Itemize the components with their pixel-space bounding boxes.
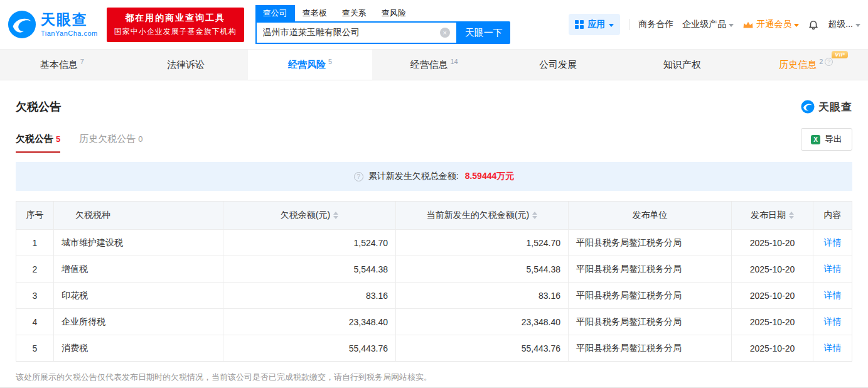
subtab-history-tax-announcements[interactable]: 历史欠税公告0	[79, 133, 142, 153]
tab-count: 14	[450, 58, 458, 65]
cell-publisher: 平阳县税务局鳌江税务分局	[569, 335, 732, 361]
search-tab-relations[interactable]: 查关系	[335, 5, 374, 21]
cell-date: 2025-10-20	[732, 309, 813, 335]
tab-label: 经营风险	[288, 59, 326, 71]
cell-tax-type: 增值税	[54, 256, 223, 282]
disclaimer-text: 该处所展示的欠税公告仅代表发布日期时的欠税情况，当前该公司是否已完成税款缴交，请…	[16, 372, 852, 383]
cell-new-amount: 1,524.70	[396, 230, 569, 256]
nav-membership-label: 开通会员	[756, 19, 791, 30]
tab-intellectual-property[interactable]: 知识产权	[620, 50, 744, 80]
detail-link[interactable]: 详情	[813, 256, 852, 282]
sort-icon[interactable]	[789, 212, 794, 219]
search-button[interactable]: 天眼一下	[458, 21, 510, 44]
clear-search-icon[interactable]: ×	[440, 28, 450, 38]
tab-company-development[interactable]: 公司发展	[496, 50, 620, 80]
col-publisher: 发布单位	[569, 202, 732, 229]
cell-balance: 1,524.70	[223, 230, 396, 256]
divider	[629, 19, 630, 30]
watermark-label: 天眼查	[818, 100, 852, 114]
chevron-down-icon	[794, 24, 799, 30]
question-icon: ?	[354, 172, 363, 181]
tab-count: 2	[819, 58, 823, 65]
tab-label: 基本信息	[40, 59, 78, 71]
page-title: 欠税公告	[16, 99, 61, 114]
chevron-down-icon	[855, 24, 860, 30]
question-icon: ?	[825, 58, 833, 66]
tab-basic-info[interactable]: 基本信息7	[0, 50, 124, 80]
company-nav-tabs: 基本信息7 法律诉讼 经营风险5 经营信息14 公司发展 知识产权 历史信息 2…	[0, 49, 868, 80]
subtab-label: 历史欠税公告	[79, 133, 136, 144]
sort-icon[interactable]	[333, 212, 338, 219]
detail-link[interactable]: 详情	[813, 283, 852, 308]
tab-history-info[interactable]: 历史信息 2 ? VIP	[744, 50, 868, 80]
summary-value: 8.59444万元	[465, 171, 515, 182]
col-publish-date[interactable]: 发布日期	[732, 202, 813, 229]
cell-balance: 23,348.40	[223, 309, 396, 335]
cell-date: 2025-10-20	[732, 256, 813, 282]
cell-index: 4	[16, 309, 54, 335]
header-right-nav: 应用 商务合作 企业级产品 开通会员	[569, 14, 860, 35]
col-new-amount-label: 当前新发生的欠税金额(元)	[427, 210, 529, 221]
nav-business-coop[interactable]: 商务合作	[638, 19, 673, 30]
search-tab-risk[interactable]: 查风险	[374, 5, 414, 21]
search-tab-boss[interactable]: 查老板	[295, 5, 335, 21]
nav-super-vip[interactable]: 超级...	[828, 19, 860, 30]
detail-link[interactable]: 详情	[813, 335, 852, 361]
cell-new-amount: 83.16	[396, 283, 569, 308]
nav-super-label: 超级...	[828, 19, 853, 30]
tab-label: 历史信息	[779, 59, 817, 71]
top-header: 天眼查 TianYanCha.com 都在用的商业查询工具 国家中小企业发展子基…	[0, 0, 868, 49]
tab-label: 法律诉讼	[167, 59, 205, 71]
crown-icon	[742, 21, 754, 29]
cell-date: 2025-10-20	[732, 335, 813, 361]
notification-bell-icon[interactable]	[808, 19, 819, 30]
vip-badge: VIP	[832, 51, 848, 58]
search-tabs: 查公司 查老板 查关系 查风险	[255, 5, 510, 21]
nav-enterprise-products[interactable]: 企业级产品	[682, 19, 734, 30]
col-index: 序号	[16, 202, 54, 229]
tab-business-info[interactable]: 经营信息14	[372, 50, 496, 80]
cell-publisher: 平阳县税务局鳌江税务分局	[569, 309, 732, 335]
apps-menu[interactable]: 应用	[569, 14, 620, 35]
table-header: 序号 欠税税种 欠税余额(元) 当前新发生的欠税金额(元) 发布单位 发布日期 …	[16, 202, 852, 229]
cell-index: 2	[16, 256, 54, 282]
col-balance[interactable]: 欠税余额(元)	[223, 202, 396, 229]
cell-tax-type: 消费税	[54, 335, 223, 361]
cell-date: 2025-10-20	[732, 230, 813, 256]
tab-count: 7	[80, 58, 84, 65]
subtab-tax-announcements[interactable]: 欠税公告5	[16, 133, 60, 153]
search-tab-company[interactable]: 查公司	[255, 5, 295, 21]
tab-count: 5	[328, 58, 332, 65]
tax-table: 序号 欠税税种 欠税余额(元) 当前新发生的欠税金额(元) 发布单位 发布日期 …	[16, 201, 852, 362]
cell-balance: 83.16	[223, 283, 396, 308]
cell-publisher: 平阳县税务局鳌江税务分局	[569, 256, 732, 282]
sort-icon[interactable]	[532, 212, 537, 219]
detail-link[interactable]: 详情	[813, 309, 852, 335]
nav-open-membership[interactable]: 开通会员	[742, 19, 799, 30]
col-tax-type: 欠税税种	[54, 202, 223, 229]
tianyancha-logo[interactable]: 天眼查 TianYanCha.com	[8, 10, 98, 39]
chevron-down-icon	[729, 24, 734, 30]
col-new-amount[interactable]: 当前新发生的欠税金额(元)	[396, 202, 569, 229]
tab-label: 公司发展	[539, 59, 577, 71]
cell-new-amount: 5,544.38	[396, 256, 569, 282]
cell-tax-type: 城市维护建设税	[54, 230, 223, 256]
table-row: 2 增值税 5,544.38 5,544.38 平阳县税务局鳌江税务分局 202…	[16, 256, 852, 282]
section-head: 欠税公告 天眼查	[16, 99, 852, 114]
excel-icon: X	[811, 135, 820, 144]
cell-balance: 5,544.38	[223, 256, 396, 282]
logo-domain: TianYanCha.com	[41, 30, 98, 37]
search-input[interactable]	[263, 28, 440, 38]
export-button[interactable]: X 导出	[801, 128, 852, 151]
table-row: 1 城市维护建设税 1,524.70 1,524.70 平阳县税务局鳌江税务分局…	[16, 229, 852, 256]
tab-business-risk[interactable]: 经营风险5	[248, 50, 372, 80]
subtab-count: 0	[138, 134, 142, 144]
tab-label: 经营信息	[410, 59, 447, 71]
search-row: × 天眼一下	[255, 21, 510, 44]
cell-index: 5	[16, 335, 54, 361]
tab-legal-proceedings[interactable]: 法律诉讼	[124, 50, 249, 80]
detail-link[interactable]: 详情	[813, 230, 852, 256]
cell-publisher: 平阳县税务局鳌江税务分局	[569, 230, 732, 256]
cell-date: 2025-10-20	[732, 283, 813, 308]
tianyancha-logo-icon	[8, 10, 36, 39]
